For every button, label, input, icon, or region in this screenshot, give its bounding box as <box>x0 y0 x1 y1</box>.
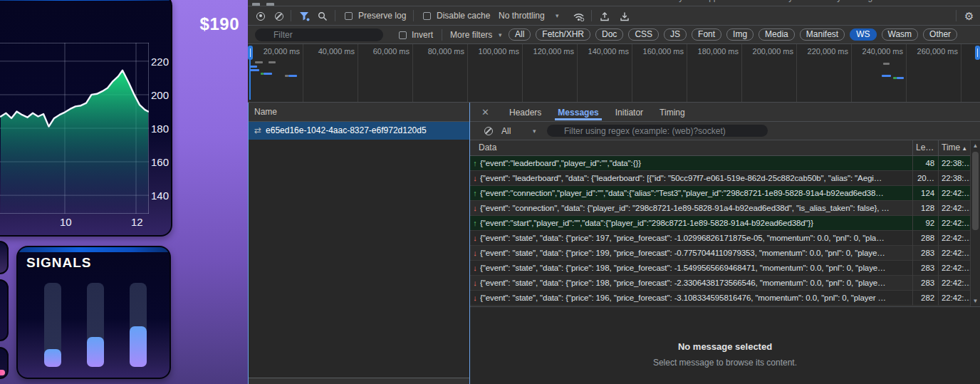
chip-fetch-xhr[interactable]: Fetch/XHR <box>536 28 590 41</box>
received-arrow-icon: ↓ <box>470 234 480 242</box>
scrollbar-thumb[interactable] <box>972 152 979 230</box>
timeline-tick-label: 20,000 ms <box>264 47 300 56</box>
settings-gear-icon[interactable]: ⚙ <box>964 6 974 26</box>
messages-scrollbar[interactable]: ▲ ▼ <box>970 140 980 306</box>
preserve-log-label: Preserve log <box>358 6 406 26</box>
devtools-tab-memory[interactable]: Memory <box>652 0 683 6</box>
network-filter-input[interactable] <box>255 28 383 41</box>
clear-icon[interactable] <box>275 6 283 26</box>
messages-list: ↑{"event":"leaderboard","player_id":"","… <box>470 156 970 306</box>
message-row[interactable]: ↓{"event": "state", "data": {"price": 19… <box>470 231 970 246</box>
timeline-divider <box>358 44 358 103</box>
signal-slider-track[interactable] <box>44 283 61 367</box>
devtools-tab-performance[interactable]: Performance <box>583 0 632 6</box>
message-row[interactable]: ↓{"event": "leaderboard", "data": {"lead… <box>470 171 970 186</box>
devtools-tab-recorder[interactable]: Recorder <box>923 0 958 6</box>
signal-slider-fill <box>130 326 147 367</box>
devtools-tab-network[interactable]: Network <box>532 0 563 6</box>
devtools-tab-console[interactable]: Console <box>429 0 461 6</box>
export-har-icon[interactable] <box>620 6 630 26</box>
message-row[interactable]: ↓{"event": "state", "data": {"price": 19… <box>470 261 970 276</box>
timeline-tick-label: 80,000 ms <box>428 47 464 56</box>
chip-ws[interactable]: WS <box>850 28 876 41</box>
timeline-divider <box>796 44 797 103</box>
chip-js[interactable]: JS <box>664 28 687 41</box>
signal-slider-track[interactable] <box>130 283 147 367</box>
devtools-tab-sources[interactable]: Sources <box>481 0 512 6</box>
chip-font[interactable]: Font <box>692 28 721 41</box>
column-time[interactable]: Time▲ <box>939 140 970 155</box>
overview-right-handle[interactable] <box>975 46 980 60</box>
disable-cache-checkbox[interactable] <box>423 6 431 26</box>
tab-messages[interactable]: Messages <box>555 104 601 120</box>
chip-other[interactable]: Other <box>923 28 957 41</box>
chevron-down-icon[interactable]: ▾ <box>533 122 536 140</box>
devtools-tabstrip[interactable]: ElementsConsoleSourcesNetworkPerformance… <box>248 0 980 6</box>
message-row[interactable]: ↓{"event": "connection", "data": {"playe… <box>470 201 970 216</box>
search-icon[interactable] <box>318 6 328 26</box>
filter-toggle-icon[interactable] <box>299 6 310 26</box>
message-row[interactable]: ↓{"event": "state", "data": {"price": 19… <box>470 276 970 291</box>
chip-doc[interactable]: Doc <box>595 28 623 41</box>
message-data: {"event": "state", "data": {"price": 196… <box>480 291 913 306</box>
chip-wasm[interactable]: Wasm <box>882 28 919 41</box>
message-row[interactable]: ↑{"event":"start","player_id":"","data":… <box>470 216 970 231</box>
detail-tabbar: ✕ Headers Messages Initiator Timing <box>470 103 980 122</box>
overview-left-handle[interactable] <box>248 46 253 60</box>
chip-img[interactable]: Img <box>726 28 754 41</box>
devtools-tab-elements[interactable]: Elements <box>374 0 410 6</box>
message-length: 128 <box>913 201 939 216</box>
message-regex-filter-input[interactable] <box>547 125 768 137</box>
devtools-tab-privacy-and-security[interactable]: Privacy and security <box>765 0 841 6</box>
message-row[interactable]: ↓{"event": "state", "data": {"price": 19… <box>470 291 970 306</box>
preserve-log-checkbox[interactable] <box>345 6 353 26</box>
chip-manifest[interactable]: Manifest <box>800 28 845 41</box>
clear-messages-icon[interactable] <box>484 122 493 140</box>
scroll-down-icon[interactable]: ▼ <box>971 298 980 304</box>
close-icon[interactable]: ✕ <box>481 107 496 118</box>
signal-slider-track[interactable] <box>87 283 104 367</box>
network-overview-timeline[interactable]: 20,000 ms40,000 ms60,000 ms80,000 ms100,… <box>248 44 980 103</box>
network-conditions-icon[interactable] <box>573 6 585 26</box>
message-row[interactable]: ↑{"event":"connection","player_id":"","d… <box>470 186 970 201</box>
tab-timing[interactable]: Timing <box>657 104 688 120</box>
column-length[interactable]: Le… <box>913 140 939 155</box>
message-time: 22:42:… <box>939 231 970 246</box>
invert-checkbox[interactable] <box>399 26 407 44</box>
received-arrow-icon: ↓ <box>470 174 480 182</box>
empty-state-title: No message selected <box>470 341 980 352</box>
devtools-tab-lighthouse[interactable]: Lighthouse <box>861 0 903 6</box>
throttling-select[interactable]: No throttling <box>499 6 545 26</box>
websocket-request-row[interactable]: ⇄ e65ed16e-1042-4aac-8327-e6f972d120d5 <box>249 122 469 140</box>
chevron-down-icon[interactable]: ▾ <box>499 26 502 44</box>
x-tick-label: 10 <box>60 216 72 228</box>
received-arrow-icon: ↓ <box>470 294 480 302</box>
timeline-activity-bar <box>893 77 904 79</box>
timeline-activity-bar <box>255 61 263 63</box>
import-har-icon[interactable] <box>600 6 610 26</box>
column-data[interactable]: Data <box>470 140 913 155</box>
name-column-header[interactable]: Name <box>249 103 469 122</box>
message-time: 22:42:… <box>939 246 970 261</box>
message-time: 22:42:… <box>939 276 970 291</box>
chip-all[interactable]: All <box>509 28 531 41</box>
message-row[interactable]: ↑{"event":"leaderboard","player_id":"","… <box>470 156 970 171</box>
record-icon[interactable] <box>256 6 265 26</box>
card-top-accent <box>0 0 171 1</box>
more-filters-button[interactable]: More filters <box>450 26 492 44</box>
message-type-filter[interactable]: All <box>501 122 511 140</box>
chip-media[interactable]: Media <box>759 28 795 41</box>
tab-headers[interactable]: Headers <box>506 104 544 120</box>
timeline-divider <box>687 44 687 103</box>
timeline-activity-bar <box>883 63 890 65</box>
scroll-up-icon[interactable]: ▲ <box>971 142 980 149</box>
chip-css[interactable]: CSS <box>628 28 659 41</box>
requests-summary-bar <box>249 378 469 384</box>
devtools-tab-application[interactable]: Application <box>703 0 745 6</box>
message-preview-pane: No message selected Select message to br… <box>470 306 980 384</box>
message-row[interactable]: ↓{"event": "state", "data": {"price": 19… <box>470 246 970 261</box>
chevron-down-icon[interactable]: ▾ <box>556 6 559 26</box>
timeline-activity-bar <box>250 69 259 71</box>
tab-initiator[interactable]: Initiator <box>612 104 646 120</box>
received-arrow-icon: ↓ <box>470 249 480 257</box>
